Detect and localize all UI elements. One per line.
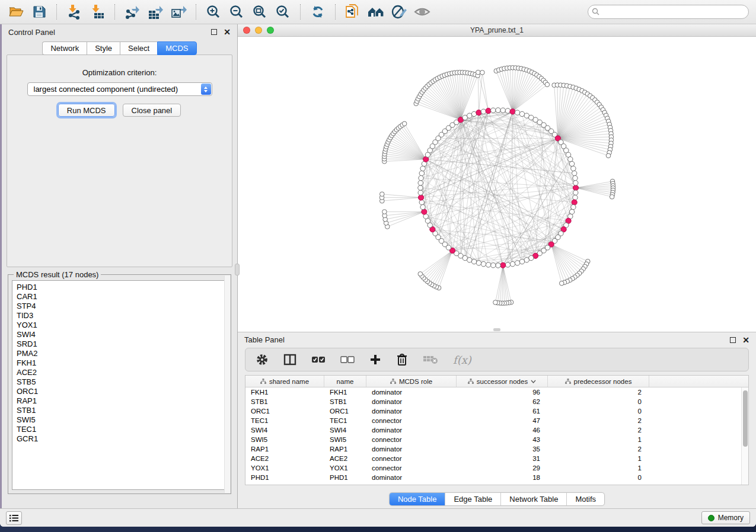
mcds-result-item[interactable]: YOX1 [17,321,222,330]
add-column-icon[interactable] [369,354,381,366]
zoom-in-icon[interactable] [205,4,222,20]
close-window-icon[interactable] [243,27,250,34]
close-table-panel-icon[interactable]: ✕ [742,337,749,343]
table-scrollbar[interactable] [741,387,748,485]
table-row[interactable]: TEC1TEC1connector472 [245,416,748,425]
table-row[interactable]: ACE2ACE2connector311 [245,454,748,463]
control-tabs: NetworkStyleSelectMCDS [2,41,237,55]
mcds-result-item[interactable]: ACE2 [17,368,222,377]
tab-select[interactable]: Select [120,41,157,55]
mcds-result-item[interactable]: STP4 [17,302,222,311]
select-stepper-icon [201,84,211,95]
mcds-result-list[interactable]: PHD1CAR1STP4TID3YOX1SWI4SRD1PMA2FKH1ACE2… [12,280,227,490]
table-row[interactable]: SWI5SWI5connector431 [245,435,748,444]
network-graph[interactable] [238,37,754,329]
mcds-result-item[interactable]: PMA2 [17,349,222,358]
column-header-shared-name[interactable]: shared name [245,376,324,387]
table-row[interactable]: FKH1FKH1dominator962 [245,387,748,397]
close-panel-button[interactable]: Close panel [123,104,181,117]
table-row[interactable]: RAP1RAP1dominator352 [245,444,748,454]
mcds-list-scrollbar[interactable] [224,275,230,493]
settings-gear-icon[interactable] [256,353,269,366]
mcds-panel: Optimization criterion: largest connecte… [7,55,232,267]
table-row[interactable]: SWI4SWI4dominator462 [245,425,748,435]
houses-icon[interactable] [367,4,385,20]
select-all-columns-icon[interactable] [311,355,326,364]
mcds-result-item[interactable]: TID3 [17,311,222,321]
horizontal-splitter-handle[interactable] [493,328,500,331]
mcds-result-item[interactable]: PHD1 [17,283,222,292]
tab-style[interactable]: Style [87,41,120,55]
table-toolbar: f(x) [245,348,749,371]
float-panel-icon[interactable] [211,29,217,35]
minimize-window-icon[interactable] [255,27,262,34]
task-history-button[interactable] [6,511,22,525]
memory-status-icon [708,515,714,521]
zoom-fit-icon[interactable] [251,4,269,20]
network-window-title: YPA_prune.txt_1 [238,26,756,34]
column-header-predecessor-nodes[interactable]: predecessor nodes [548,376,649,387]
search-icon [592,8,599,15]
mcds-result-item[interactable]: SRD1 [17,339,222,349]
vertical-splitter-handle[interactable] [235,264,240,275]
tab-node-table[interactable]: Node Table [390,493,446,505]
toolbar-separator [56,4,57,20]
zoom-out-icon[interactable] [228,4,245,20]
table-row[interactable]: YOX1YOX1connector291 [245,463,748,473]
zoom-selected-icon[interactable] [274,4,292,20]
export-network-icon[interactable] [123,4,141,20]
column-header-MCDS-role[interactable]: MCDS role [366,376,457,387]
graph-satellite-nodes[interactable] [379,66,615,306]
toolbar-separator [196,4,196,20]
mcds-result-item[interactable]: CAR1 [17,292,222,302]
float-table-panel-icon[interactable] [730,337,736,343]
optimization-criterion-select[interactable]: largest connected component (undirected) [27,82,212,96]
run-mcds-button[interactable]: Run MCDS [58,104,115,117]
column-header-successor-nodes[interactable]: successor nodes [457,376,548,387]
tab-network-table[interactable]: Network Table [501,493,567,505]
close-panel-icon[interactable]: ✕ [224,29,231,35]
share-document-icon[interactable] [344,4,362,20]
mcds-result-item[interactable]: STB5 [17,377,222,387]
mcds-result-item[interactable]: TEC1 [17,425,222,434]
pen-slash-icon[interactable] [390,4,408,20]
mcds-result-item[interactable]: RAP1 [17,396,222,406]
mcds-result-item[interactable]: SWI4 [17,330,222,339]
export-table-icon[interactable] [146,4,164,20]
tab-edge-table[interactable]: Edge Table [445,493,501,505]
function-builder-icon: f(x) [453,354,471,366]
maximize-window-icon[interactable] [267,27,274,34]
search-box [588,5,749,19]
mcds-result-item[interactable]: SWI5 [17,415,222,425]
refresh-icon[interactable] [309,4,327,20]
list-icon [9,514,18,522]
folder-open-icon[interactable] [7,4,25,20]
table-row[interactable]: PHD1PHD1dominator180 [245,473,748,482]
tab-network[interactable]: Network [42,41,87,55]
tab-motifs[interactable]: Motifs [567,493,604,505]
mcds-result-item[interactable]: FKH1 [17,358,222,368]
mcds-result-item[interactable]: STB1 [17,406,222,415]
status-bar: Memory [0,508,756,527]
search-input[interactable] [588,5,749,19]
column-header-name[interactable]: name [324,376,366,387]
network-canvas[interactable] [238,37,756,332]
delete-column-icon[interactable] [396,353,408,366]
table-row[interactable]: STB1STB1dominator620 [245,397,748,406]
mcds-result-item[interactable]: ORC1 [17,387,222,396]
eye-icon[interactable] [413,4,431,20]
save-icon[interactable] [30,4,48,20]
import-table-icon[interactable] [88,4,106,20]
table-row[interactable]: ORC1ORC1dominator610 [245,406,748,416]
toolbar-separator [300,4,301,20]
import-network-icon[interactable] [65,4,83,20]
deselect-all-columns-icon[interactable] [340,355,355,364]
tab-mcds[interactable]: MCDS [157,41,196,55]
memory-button[interactable]: Memory [701,511,750,524]
export-image-icon[interactable] [170,4,187,20]
table-scrollbar-thumb[interactable] [743,390,748,447]
network-window-titlebar[interactable]: YPA_prune.txt_1 [238,24,756,37]
split-columns-icon[interactable] [283,354,296,366]
mcds-result-item[interactable]: GCR1 [17,434,222,444]
application-window: Control Panel ✕ NetworkStyleSelectMCDS O… [0,0,756,527]
